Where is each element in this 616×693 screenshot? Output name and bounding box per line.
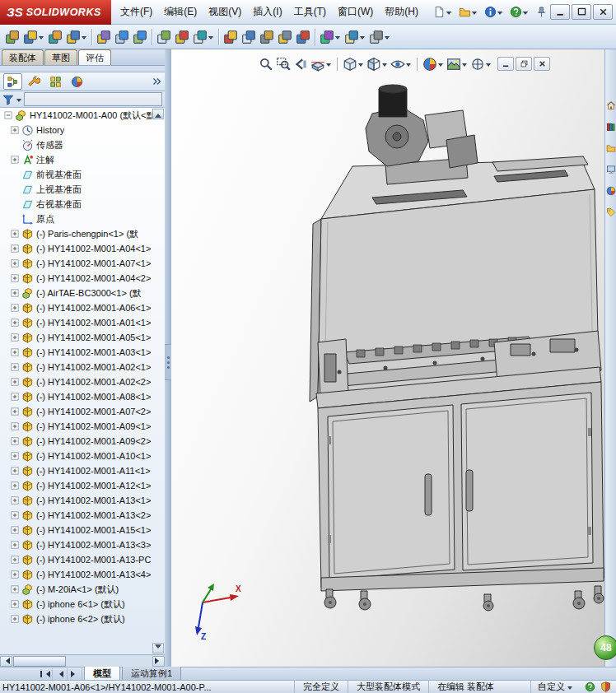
view-palette-tab[interactable]: [606, 165, 616, 177]
edit-component-button[interactable]: [3, 27, 21, 47]
tree-filter-input[interactable]: [24, 92, 162, 106]
tree-expander-icon[interactable]: [10, 333, 20, 342]
tree-item[interactable]: (-) HY141002-M001-A13<4>: [0, 567, 165, 582]
scroll-left-button[interactable]: [0, 656, 12, 667]
panel-splitter[interactable]: [165, 49, 171, 667]
new-document-button[interactable]: [431, 4, 455, 20]
reference-geometry-dropdown-icon[interactable]: [208, 36, 213, 42]
tree-item[interactable]: (-) HY141002-M001-A02<2>: [0, 374, 165, 389]
previous-view-button[interactable]: [292, 56, 309, 72]
close-button[interactable]: [593, 4, 613, 20]
tree-expander-icon[interactable]: [10, 318, 20, 328]
file-explorer-tab[interactable]: [606, 143, 616, 156]
scroll-right-button[interactable]: [152, 656, 165, 667]
tree-expander-icon[interactable]: [3, 110, 13, 120]
mass-properties-button[interactable]: [276, 27, 294, 47]
tree-item[interactable]: (-) HY141002-M001-A13<3>: [0, 537, 165, 552]
pin-menu-button[interactable]: [533, 4, 550, 20]
tree-expander-icon[interactable]: [10, 466, 20, 476]
tree-expander-icon[interactable]: [10, 407, 20, 416]
tree-item[interactable]: (-) HY141002-M001-A03<1>: [0, 345, 165, 360]
tree-expander-icon[interactable]: [10, 436, 20, 446]
apply-scene-dropdown-icon[interactable]: [462, 63, 467, 69]
appearances-scenes-tab[interactable]: [606, 186, 616, 198]
commandmanager-tab-0[interactable]: 装配体: [2, 49, 44, 65]
linear-component-pattern-button[interactable]: [64, 27, 89, 47]
tree-scroll-up-button[interactable]: [152, 109, 164, 119]
custom-properties-tab[interactable]: [606, 207, 616, 220]
tree-item[interactable]: (-) M-20iA<1> (默认): [0, 582, 165, 597]
new-document-dropdown-icon[interactable]: [446, 12, 451, 17]
tree-expander-icon[interactable]: [10, 540, 20, 550]
options-button[interactable]: [482, 4, 506, 20]
maximize-button[interactable]: [572, 4, 591, 20]
options-settings-dropdown-icon[interactable]: [385, 36, 390, 42]
tree-expander-icon[interactable]: [10, 570, 20, 579]
tree-item[interactable]: 右视基准面: [0, 197, 165, 212]
tree-item[interactable]: (-) HY141002-M001-A09<2>: [0, 434, 165, 449]
section-view-button[interactable]: [240, 27, 258, 47]
tree-item[interactable]: (-) HY141002-M001-A13<1>: [0, 493, 165, 508]
help-status-icon[interactable]: [585, 681, 595, 692]
minimize-button[interactable]: [550, 4, 570, 20]
splitter-grip[interactable]: [165, 344, 171, 380]
edit-appearance-button[interactable]: [318, 27, 343, 47]
menu-item-4[interactable]: 工具(T): [288, 2, 332, 21]
tree-expander-icon[interactable]: [10, 599, 20, 609]
view-orientation-button[interactable]: [342, 56, 365, 72]
tree-item[interactable]: (-) HY141002-M001-A15<1>: [0, 523, 165, 537]
tree-item[interactable]: (-) HY141002-M001-A05<1>: [0, 330, 165, 345]
commandmanager-tab-1[interactable]: 草图: [44, 49, 77, 65]
scrollbar-thumb[interactable]: [13, 656, 66, 667]
tree-item[interactable]: (-) HY141002-M001-A06<1>: [0, 300, 165, 315]
status-shield-icon[interactable]: [600, 681, 611, 692]
tree-expander-icon[interactable]: [10, 421, 20, 431]
tree-item[interactable]: 注解: [0, 152, 165, 167]
document-restore-button[interactable]: [516, 57, 532, 71]
tree-item[interactable]: 前视基准面: [0, 167, 165, 182]
edit-appearance-dropdown-icon[interactable]: [438, 63, 443, 69]
tree-scroll-down-button[interactable]: [152, 643, 164, 653]
tree-expander-icon[interactable]: [10, 155, 20, 165]
tree-expander-icon[interactable]: [10, 584, 20, 594]
tree-expander-icon[interactable]: [10, 495, 20, 505]
tree-expander-icon[interactable]: [10, 392, 20, 402]
menu-item-1[interactable]: 编辑(E): [158, 2, 203, 21]
edit-appearance-dropdown-icon[interactable]: [335, 36, 340, 42]
reference-geometry-button[interactable]: [191, 27, 216, 47]
apply-scene-dropdown-icon[interactable]: [360, 36, 365, 42]
tree-expander-icon[interactable]: [10, 229, 20, 239]
menu-item-2[interactable]: 视图(V): [203, 2, 247, 21]
graphics-area[interactable]: X Z: [171, 49, 604, 667]
rotate-component-button[interactable]: [131, 27, 149, 47]
tree-item[interactable]: 上视基准面: [0, 182, 165, 197]
tree-item[interactable]: (-) HY141002-M001-A12<1>: [0, 478, 165, 493]
configurationmanager-tab[interactable]: [46, 73, 65, 90]
menu-item-6[interactable]: 帮助(H): [379, 2, 424, 21]
panel-horizontal-scrollbar[interactable]: [0, 654, 165, 667]
tree-item[interactable]: (-) HY141002-M001-A07<1>: [0, 256, 165, 271]
assembly-model-3d[interactable]: [171, 49, 604, 667]
tree-item[interactable]: (-) HY141002-M001-A04<2>: [0, 271, 165, 286]
hide-show-items-dropdown-icon[interactable]: [406, 63, 411, 69]
view-orientation-dropdown-icon[interactable]: [358, 63, 363, 69]
tree-expander-icon[interactable]: [10, 288, 20, 298]
tree-expander-icon[interactable]: [10, 125, 20, 135]
smart-fasteners-button[interactable]: [95, 27, 113, 47]
interference-detection-button[interactable]: [294, 27, 312, 47]
exploded-view-button[interactable]: [222, 27, 240, 47]
featuremanager-tree-tab[interactable]: [3, 73, 22, 90]
tree-item[interactable]: 原点: [0, 212, 165, 226]
tree-expander-icon[interactable]: [10, 362, 20, 372]
tab-prev-button[interactable]: [53, 668, 68, 680]
tree-item[interactable]: HY141002-M001-A00 (默认<默: [0, 108, 165, 123]
tree-expander-icon[interactable]: [10, 258, 20, 268]
display-style-button[interactable]: [366, 56, 389, 72]
tree-item[interactable]: (-) iphone 6<2> (默认): [0, 612, 165, 626]
tree-item[interactable]: (-) HY141002-M001-A13-PC: [0, 552, 165, 567]
measure-button[interactable]: [258, 27, 276, 47]
displaymanager-tab[interactable]: [68, 73, 86, 90]
tree-item[interactable]: (-) HY141002-M001-A11<1>: [0, 463, 165, 478]
tree-expander-icon[interactable]: [10, 273, 20, 283]
mate-button[interactable]: [46, 27, 64, 47]
